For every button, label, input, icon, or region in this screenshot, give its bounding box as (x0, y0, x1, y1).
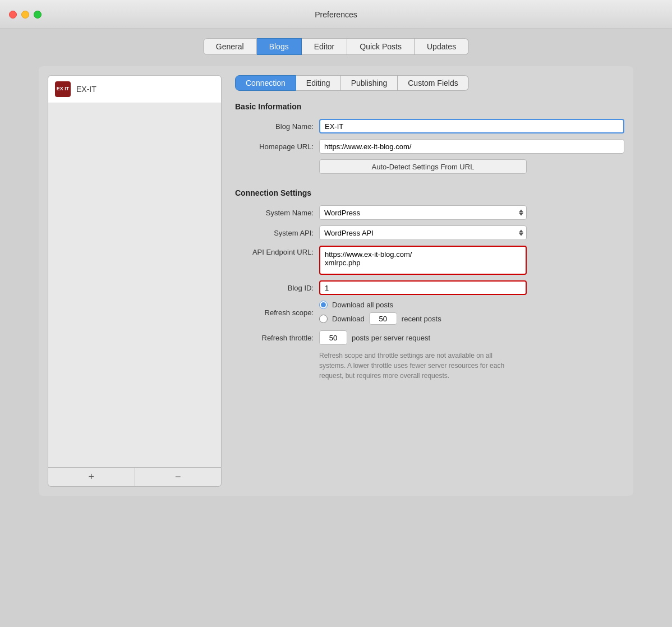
sidebar-controls: + − (48, 468, 222, 487)
auto-detect-row: Auto-Detect Settings From URL (235, 159, 624, 174)
add-blog-button[interactable]: + (48, 468, 135, 486)
api-endpoint-label: API Endpoint URL: (235, 246, 314, 256)
download-all-row: Download all posts (319, 301, 441, 309)
refresh-throttle-row: Refresh throttle: posts per server reque… (235, 330, 624, 345)
refresh-scope-label: Refresh scope: (235, 308, 314, 317)
sub-tab-bar: Connection Editing Publishing Custom Fie… (235, 75, 624, 91)
tab-editor[interactable]: Editor (302, 38, 348, 55)
main-panel: EX IT EX-IT + − Connection Editing Publi… (39, 66, 633, 496)
close-button[interactable] (9, 11, 17, 19)
refresh-throttle-label: Refresh throttle: (235, 334, 314, 342)
basic-info-section: Basic Information Blog Name: Homepage UR… (235, 102, 624, 179)
download-recent-row: Download recent posts (319, 312, 441, 325)
window-controls (9, 11, 42, 19)
help-text: Refresh scope and throttle settings are … (319, 351, 510, 381)
window-body: General Blogs Editor Quick Posts Updates… (0, 29, 672, 627)
blog-name-row: Blog Name: (235, 119, 624, 133)
minimize-button[interactable] (21, 11, 29, 19)
homepage-url-label: Homepage URL: (235, 142, 314, 151)
sidebar-item-exit[interactable]: EX IT EX-IT (48, 76, 221, 103)
tab-quick-posts[interactable]: Quick Posts (347, 38, 415, 55)
content-area: Connection Editing Publishing Custom Fie… (222, 75, 624, 487)
zoom-button[interactable] (34, 11, 42, 19)
titlebar: Preferences (0, 0, 672, 29)
refresh-scope-row: Refresh scope: Download all posts Downlo… (235, 301, 624, 325)
download-recent-count-input[interactable] (369, 312, 397, 325)
api-endpoint-row: API Endpoint URL: https://www.ex-it-blog… (235, 246, 624, 275)
tab-connection[interactable]: Connection (235, 75, 296, 91)
basic-info-title: Basic Information (235, 102, 624, 111)
blog-name-label: Blog Name: (235, 122, 314, 131)
tab-publishing[interactable]: Publishing (341, 75, 398, 91)
system-name-select-wrapper: WordPress (319, 205, 527, 220)
tab-editing[interactable]: Editing (296, 75, 341, 91)
blog-name-input[interactable] (319, 119, 624, 133)
connection-settings-title: Connection Settings (235, 188, 624, 197)
system-name-label: System Name: (235, 209, 314, 217)
blog-id-input[interactable] (319, 280, 527, 295)
system-api-row: System API: WordPress API (235, 225, 624, 240)
tab-blogs[interactable]: Blogs (257, 38, 302, 55)
blog-id-label: Blog ID: (235, 284, 314, 292)
download-all-label: Download all posts (332, 301, 393, 309)
blog-item-label: EX-IT (76, 85, 96, 94)
refresh-scope-group: Download all posts Download recent posts (319, 301, 441, 325)
download-recent-label: Download (332, 315, 365, 323)
blog-icon: EX IT (55, 81, 71, 97)
api-endpoint-input[interactable]: https://www.ex-it-blog.com/ xmlrpc.php (319, 246, 527, 275)
tab-custom-fields[interactable]: Custom Fields (398, 75, 468, 91)
download-recent-suffix: recent posts (402, 315, 441, 323)
auto-detect-button[interactable]: Auto-Detect Settings From URL (319, 159, 527, 174)
homepage-url-row: Homepage URL: (235, 139, 624, 154)
remove-blog-button[interactable]: − (135, 468, 222, 486)
system-api-select-wrapper: WordPress API (319, 225, 527, 240)
homepage-url-input[interactable] (319, 139, 624, 154)
throttle-input[interactable] (319, 330, 347, 345)
system-api-label: System API: (235, 229, 314, 237)
download-recent-radio[interactable] (319, 315, 328, 323)
window-title: Preferences (315, 10, 357, 19)
system-api-select[interactable]: WordPress API (319, 225, 527, 240)
system-name-row: System Name: WordPress (235, 205, 624, 220)
blog-list: EX IT EX-IT (48, 75, 222, 468)
connection-settings-section: Connection Settings System Name: WordPre… (235, 188, 624, 381)
blog-id-row: Blog ID: (235, 280, 624, 295)
top-tab-bar: General Blogs Editor Quick Posts Updates (203, 38, 469, 55)
download-all-radio[interactable] (319, 301, 328, 309)
sidebar: EX IT EX-IT + − (48, 75, 222, 487)
tab-updates[interactable]: Updates (415, 38, 469, 55)
system-name-select[interactable]: WordPress (319, 205, 527, 220)
throttle-suffix: posts per server request (352, 334, 430, 342)
tab-general[interactable]: General (203, 38, 257, 55)
